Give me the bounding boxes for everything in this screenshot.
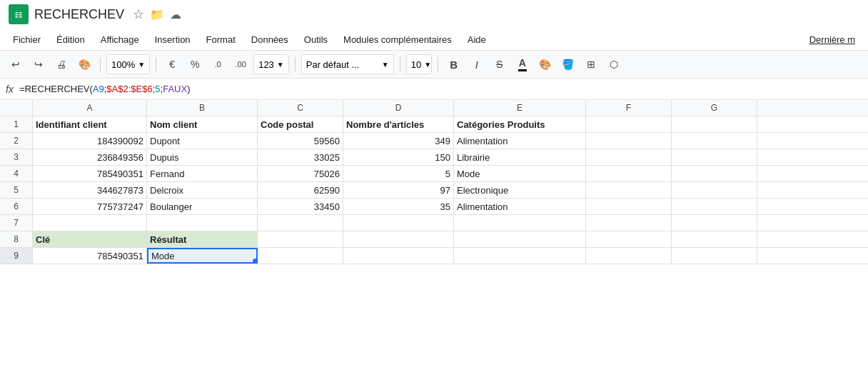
cell-a9[interactable]: 785490351	[33, 248, 147, 264]
cell-d3[interactable]: 150	[343, 149, 454, 165]
undo-button[interactable]: ↩	[6, 54, 26, 74]
redo-button[interactable]: ↪	[29, 54, 49, 74]
cell-f8[interactable]	[586, 231, 672, 247]
more-formats-select[interactable]: 123 ▼	[253, 54, 289, 74]
italic-button[interactable]: I	[467, 54, 487, 74]
col-header-c[interactable]: C	[258, 100, 343, 116]
menu-insertion[interactable]: Insertion	[148, 31, 198, 48]
percent-button[interactable]: %	[185, 54, 205, 74]
cell-e6[interactable]: Alimentation	[454, 199, 586, 214]
menu-affichage[interactable]: Affichage	[94, 31, 146, 48]
cell-d8[interactable]	[343, 231, 454, 247]
merge-button[interactable]: ⬡	[604, 54, 624, 74]
cell-g2[interactable]	[672, 133, 757, 149]
cell-g4[interactable]	[672, 166, 757, 181]
cell-b8[interactable]: Résultat	[147, 231, 258, 247]
cell-c8[interactable]	[258, 231, 343, 247]
cell-c9[interactable]	[258, 248, 343, 264]
menu-format[interactable]: Format	[199, 31, 243, 48]
cell-e5[interactable]: Electronique	[454, 182, 586, 198]
cell-c5[interactable]: 62590	[258, 182, 343, 198]
cell-e8[interactable]	[454, 231, 586, 247]
col-header-f[interactable]: F	[586, 100, 672, 116]
cell-c3[interactable]: 33025	[258, 149, 343, 165]
cell-c1[interactable]: Code postal	[258, 116, 343, 132]
cell-f9[interactable]	[586, 248, 672, 264]
star-icon[interactable]: ☆	[133, 6, 144, 22]
underline-button[interactable]: A	[513, 54, 533, 74]
borders-button[interactable]: ⊞	[581, 54, 601, 74]
cell-f1[interactable]	[586, 116, 672, 132]
cell-a1[interactable]: Identifiant client	[33, 116, 147, 132]
cell-g8[interactable]	[672, 231, 757, 247]
zoom-select[interactable]: 100% ▼	[106, 54, 150, 74]
menu-edition[interactable]: Édition	[49, 31, 92, 48]
cell-f4[interactable]	[586, 166, 672, 181]
cell-c7[interactable]	[258, 215, 343, 231]
cell-d9[interactable]	[343, 248, 454, 264]
cell-b9[interactable]: Mode	[147, 248, 258, 264]
cell-c6[interactable]: 33450	[258, 199, 343, 214]
bold-button[interactable]: B	[444, 54, 464, 74]
cell-d6[interactable]: 35	[343, 199, 454, 214]
col-header-b[interactable]: B	[147, 100, 258, 116]
cell-d2[interactable]: 349	[343, 133, 454, 149]
cell-a5[interactable]: 344627873	[33, 182, 147, 198]
cell-b3[interactable]: Dupuis	[147, 149, 258, 165]
cell-e2[interactable]: Alimentation	[454, 133, 586, 149]
cell-e4[interactable]: Mode	[454, 166, 586, 181]
col-header-d[interactable]: D	[343, 100, 454, 116]
cell-a7[interactable]	[33, 215, 147, 231]
cell-d4[interactable]: 5	[343, 166, 454, 181]
cell-f2[interactable]	[586, 133, 672, 149]
cell-d7[interactable]	[343, 215, 454, 231]
decimal-decrease-button[interactable]: .0	[208, 54, 228, 74]
print-button[interactable]: 🖨	[51, 54, 71, 74]
cell-g9[interactable]	[672, 248, 757, 264]
cell-g5[interactable]	[672, 182, 757, 198]
cell-a4[interactable]: 785490351	[33, 166, 147, 181]
menu-donnees[interactable]: Données	[244, 31, 296, 48]
cell-a2[interactable]: 184390092	[33, 133, 147, 149]
folder-icon[interactable]: 📁	[150, 8, 164, 21]
cell-a6[interactable]: 775737247	[33, 199, 147, 214]
cell-b4[interactable]: Fernand	[147, 166, 258, 181]
cell-g7[interactable]	[672, 215, 757, 231]
paint-format-button[interactable]: 🎨	[74, 54, 94, 74]
cell-e1[interactable]: Catégories Produits	[454, 116, 586, 132]
cell-a8[interactable]: Clé	[33, 231, 147, 247]
cell-g3[interactable]	[672, 149, 757, 165]
strikethrough-button[interactable]: S	[490, 54, 510, 74]
menu-fichier[interactable]: Fichier	[6, 31, 48, 48]
cell-c4[interactable]: 75026	[258, 166, 343, 181]
menu-aide[interactable]: Aide	[460, 31, 493, 48]
menu-derniere[interactable]: Dernière m	[802, 31, 862, 48]
cell-a3[interactable]: 236849356	[33, 149, 147, 165]
col-header-e[interactable]: E	[454, 100, 586, 116]
cell-d1[interactable]: Nombre d'articles	[343, 116, 454, 132]
cell-b2[interactable]: Dupont	[147, 133, 258, 149]
cell-b5[interactable]: Delcroix	[147, 182, 258, 198]
cell-c2[interactable]: 59560	[258, 133, 343, 149]
cell-e9[interactable]	[454, 248, 586, 264]
currency-button[interactable]: €	[162, 54, 182, 74]
menu-modules[interactable]: Modules complémentaires	[336, 31, 459, 48]
font-family-select[interactable]: Par défaut ... ▼	[301, 54, 394, 74]
cell-b7[interactable]	[147, 215, 258, 231]
text-color-button[interactable]: 🎨	[535, 54, 555, 74]
font-size-select[interactable]: 10 ▼	[406, 54, 432, 74]
cell-f7[interactable]	[586, 215, 672, 231]
menu-outils[interactable]: Outils	[297, 31, 335, 48]
cell-e3[interactable]: Librairie	[454, 149, 586, 165]
fill-color-button[interactable]: 🪣	[558, 54, 578, 74]
cell-e7[interactable]	[454, 215, 586, 231]
cell-f5[interactable]	[586, 182, 672, 198]
cell-d5[interactable]: 97	[343, 182, 454, 198]
cell-b1[interactable]: Nom client	[147, 116, 258, 132]
cell-g6[interactable]	[672, 199, 757, 214]
col-header-a[interactable]: A	[33, 100, 147, 116]
cell-b6[interactable]: Boulanger	[147, 199, 258, 214]
cell-g1[interactable]	[672, 116, 757, 132]
cell-f3[interactable]	[586, 149, 672, 165]
cloud-icon[interactable]: ☁	[170, 8, 181, 21]
